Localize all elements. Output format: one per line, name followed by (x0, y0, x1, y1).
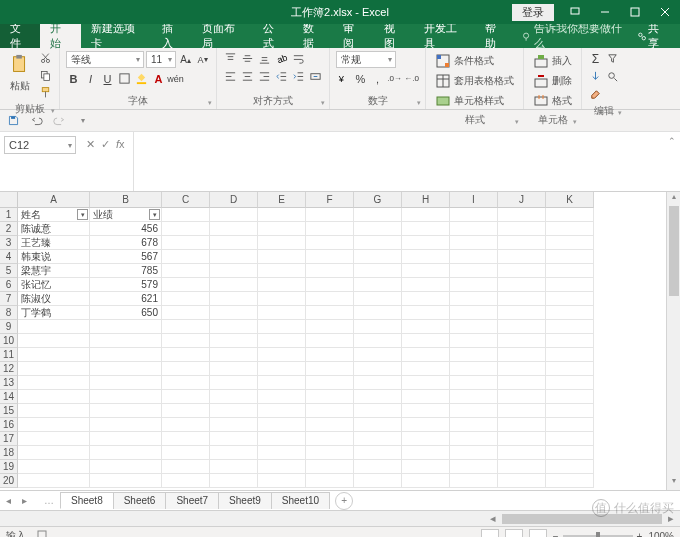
share-button[interactable]: 共享 (625, 24, 680, 48)
cell[interactable]: 785 (90, 264, 162, 278)
cell[interactable] (162, 390, 210, 404)
insert-cells-button[interactable]: 插入 (530, 51, 575, 71)
column-header-A[interactable]: A (18, 192, 90, 208)
cell[interactable] (450, 348, 498, 362)
tab-formulas[interactable]: 公式 (253, 24, 293, 48)
cell[interactable] (162, 236, 210, 250)
cell[interactable] (450, 390, 498, 404)
cell[interactable] (498, 222, 546, 236)
clear-icon[interactable] (588, 87, 603, 102)
cell[interactable] (306, 446, 354, 460)
cell[interactable] (546, 236, 594, 250)
cell[interactable] (354, 474, 402, 488)
cell[interactable] (306, 264, 354, 278)
cell[interactable] (450, 278, 498, 292)
cell[interactable] (210, 306, 258, 320)
font-size-select[interactable]: 11 (146, 51, 176, 68)
sheet-tab[interactable]: Sheet7 (165, 492, 219, 509)
percent-icon[interactable]: % (353, 71, 368, 86)
cell[interactable] (258, 348, 306, 362)
cell[interactable] (306, 376, 354, 390)
tab-review[interactable]: 审阅 (333, 24, 373, 48)
format-as-table-button[interactable]: 套用表格格式 (432, 71, 517, 91)
cell[interactable] (306, 278, 354, 292)
cell[interactable]: 梁慧宇 (18, 264, 90, 278)
cell[interactable] (18, 362, 90, 376)
cell[interactable] (162, 264, 210, 278)
cell-styles-button[interactable]: 单元格样式 (432, 91, 507, 111)
cell[interactable] (306, 432, 354, 446)
cell[interactable] (498, 334, 546, 348)
tab-newtab[interactable]: 新建选项卡 (81, 24, 152, 48)
column-header-J[interactable]: J (498, 192, 546, 208)
cell[interactable] (498, 460, 546, 474)
cell[interactable] (258, 208, 306, 222)
cell[interactable] (450, 404, 498, 418)
cell[interactable] (402, 432, 450, 446)
cell[interactable]: 567 (90, 250, 162, 264)
cell[interactable] (546, 306, 594, 320)
cell[interactable] (450, 432, 498, 446)
cell[interactable] (90, 432, 162, 446)
cell[interactable] (162, 446, 210, 460)
cell[interactable] (210, 446, 258, 460)
cell[interactable] (450, 292, 498, 306)
cell[interactable] (258, 390, 306, 404)
cell[interactable] (210, 432, 258, 446)
tab-data[interactable]: 数据 (293, 24, 333, 48)
expand-formula-icon[interactable]: ⌃ (668, 136, 676, 146)
cell[interactable]: 韩束说 (18, 250, 90, 264)
cell[interactable] (258, 236, 306, 250)
zoom-in-icon[interactable]: + (637, 531, 643, 538)
cell[interactable] (450, 376, 498, 390)
cell[interactable] (354, 292, 402, 306)
align-top-icon[interactable] (223, 51, 238, 66)
cell[interactable]: 姓名 (18, 208, 90, 222)
orientation-icon[interactable]: ab (274, 51, 289, 66)
cell[interactable] (18, 320, 90, 334)
cell[interactable] (450, 474, 498, 488)
cell[interactable] (258, 320, 306, 334)
cell[interactable] (402, 264, 450, 278)
cell[interactable]: 丁学鹤 (18, 306, 90, 320)
cancel-formula-icon[interactable]: ✕ (86, 138, 95, 151)
cell[interactable]: 业绩 (90, 208, 162, 222)
cell[interactable] (210, 418, 258, 432)
cell[interactable] (498, 432, 546, 446)
cell[interactable] (354, 432, 402, 446)
cell[interactable] (354, 264, 402, 278)
row-header[interactable]: 15 (0, 404, 18, 418)
format-cells-button[interactable]: 格式 (530, 91, 575, 111)
filter-dropdown-icon[interactable] (149, 209, 160, 220)
sheet-tab[interactable]: Sheet6 (113, 492, 167, 509)
cell[interactable] (402, 250, 450, 264)
sheet-tab[interactable]: Sheet9 (218, 492, 272, 509)
tab-dev[interactable]: 开发工具 (414, 24, 475, 48)
cell[interactable] (162, 376, 210, 390)
align-center-icon[interactable] (240, 69, 255, 84)
cell[interactable] (450, 460, 498, 474)
cell[interactable] (90, 446, 162, 460)
increase-indent-icon[interactable] (291, 69, 306, 84)
column-header-H[interactable]: H (402, 192, 450, 208)
cell[interactable] (258, 362, 306, 376)
cell[interactable] (354, 376, 402, 390)
decrease-font-icon[interactable]: A▾ (195, 52, 210, 67)
cell[interactable] (162, 222, 210, 236)
cell[interactable]: 678 (90, 236, 162, 250)
cell[interactable] (354, 404, 402, 418)
cell[interactable] (162, 292, 210, 306)
view-page-layout-icon[interactable] (505, 529, 523, 537)
cell[interactable] (402, 390, 450, 404)
cell[interactable]: 456 (90, 222, 162, 236)
name-box[interactable]: C12 (4, 136, 76, 154)
cell[interactable] (306, 236, 354, 250)
cell[interactable] (402, 404, 450, 418)
cell[interactable] (498, 474, 546, 488)
cell[interactable] (306, 460, 354, 474)
sheet-nav-prev-icon[interactable]: ◂ (0, 495, 16, 506)
minimize-icon[interactable] (590, 0, 620, 24)
cell[interactable] (18, 404, 90, 418)
cell[interactable] (18, 376, 90, 390)
cell[interactable] (402, 292, 450, 306)
